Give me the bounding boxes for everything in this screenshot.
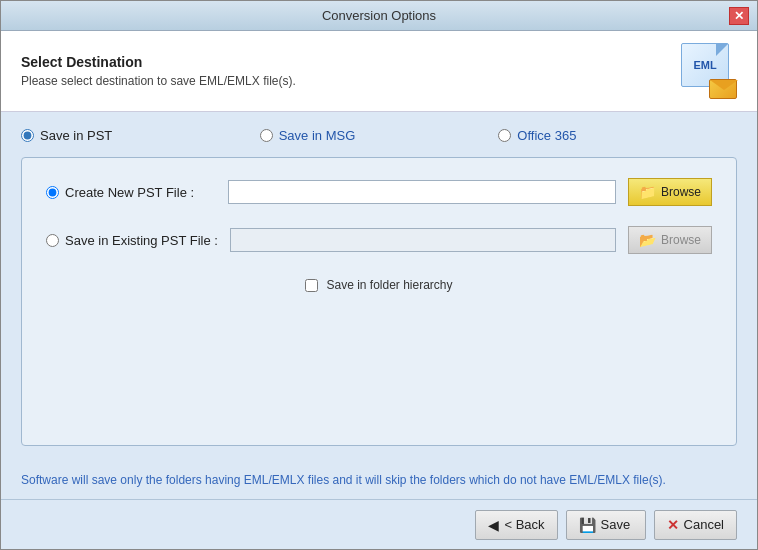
cancel-icon: ✕ bbox=[667, 517, 679, 533]
browse-existing-label: Browse bbox=[661, 233, 701, 247]
save-existing-radio[interactable] bbox=[46, 234, 59, 247]
radio-row: Save in PST Save in MSG Office 365 bbox=[21, 128, 737, 143]
back-button[interactable]: ◀ < Back bbox=[475, 510, 557, 540]
browse-existing-button[interactable]: 📂 Browse bbox=[628, 226, 712, 254]
radio-pst-label[interactable]: Save in PST bbox=[40, 128, 112, 143]
save-existing-input[interactable] bbox=[230, 228, 616, 252]
header-section: Select Destination Please select destina… bbox=[1, 31, 757, 112]
options-box: Create New PST File : 📁 Browse Save in E… bbox=[21, 157, 737, 446]
info-text-content: Software will save only the folders havi… bbox=[21, 473, 666, 487]
radio-option-msg[interactable]: Save in MSG bbox=[260, 128, 499, 143]
title-bar: Conversion Options ✕ bbox=[1, 1, 757, 31]
save-existing-pst-row: Save in Existing PST File : 📂 Browse bbox=[46, 226, 712, 254]
create-new-radio[interactable] bbox=[46, 186, 59, 199]
save-icon: 💾 bbox=[579, 517, 596, 533]
save-button[interactable]: 💾 Save bbox=[566, 510, 646, 540]
save-existing-radio-label[interactable]: Save in Existing PST File : bbox=[46, 233, 218, 248]
create-new-pst-radio-label[interactable]: Create New PST File : bbox=[46, 185, 216, 200]
envelope-icon bbox=[709, 79, 737, 99]
header-title: Select Destination bbox=[21, 54, 296, 70]
cancel-button[interactable]: ✕ Cancel bbox=[654, 510, 737, 540]
close-button[interactable]: ✕ bbox=[729, 7, 749, 25]
cancel-label: Cancel bbox=[684, 517, 724, 532]
folder-icon: 📁 bbox=[639, 184, 656, 200]
save-label: Save bbox=[601, 517, 631, 532]
header-subtitle: Please select destination to save EML/EM… bbox=[21, 74, 296, 88]
eml-icon-text: EML bbox=[693, 59, 716, 71]
browse-new-label: Browse bbox=[661, 185, 701, 199]
info-text: Software will save only the folders havi… bbox=[1, 462, 757, 499]
folder-disabled-icon: 📂 bbox=[639, 232, 656, 248]
folder-hierarchy-label[interactable]: Save in folder hierarchy bbox=[326, 278, 452, 292]
eml-icon: EML bbox=[681, 43, 737, 99]
checkbox-row: Save in folder hierarchy bbox=[46, 278, 712, 292]
radio-option-o365[interactable]: Office 365 bbox=[498, 128, 737, 143]
browse-new-button[interactable]: 📁 Browse bbox=[628, 178, 712, 206]
create-new-label[interactable]: Create New PST File : bbox=[65, 185, 194, 200]
radio-msg-label[interactable]: Save in MSG bbox=[279, 128, 356, 143]
radio-o365-label[interactable]: Office 365 bbox=[517, 128, 576, 143]
back-icon: ◀ bbox=[488, 517, 499, 533]
window-title: Conversion Options bbox=[29, 8, 729, 23]
main-content: Save in PST Save in MSG Office 365 Creat… bbox=[1, 112, 757, 462]
footer-bar: ◀ < Back 💾 Save ✕ Cancel bbox=[1, 499, 757, 549]
save-existing-label[interactable]: Save in Existing PST File : bbox=[65, 233, 218, 248]
create-new-input[interactable] bbox=[228, 180, 616, 204]
radio-option-pst[interactable]: Save in PST bbox=[21, 128, 260, 143]
create-new-pst-row: Create New PST File : 📁 Browse bbox=[46, 178, 712, 206]
back-label: < Back bbox=[504, 517, 544, 532]
header-text: Select Destination Please select destina… bbox=[21, 54, 296, 88]
window: Conversion Options ✕ Select Destination … bbox=[0, 0, 758, 550]
folder-hierarchy-checkbox[interactable] bbox=[305, 279, 318, 292]
